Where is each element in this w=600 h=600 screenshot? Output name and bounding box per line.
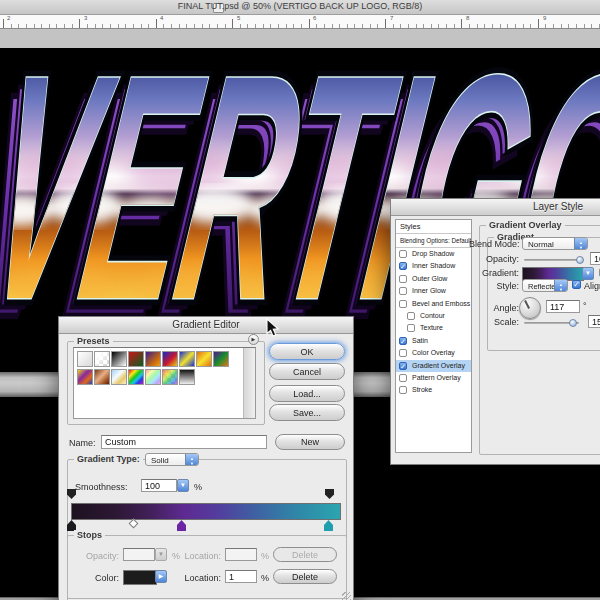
style-item-texture[interactable]: Texture [396,322,471,334]
gradient-editor-title: Gradient Editor [59,317,353,333]
angle-needle [525,300,530,309]
smoothness-percent: % [194,482,202,492]
smoothness-dropdown-icon[interactable] [177,479,189,492]
checkbox[interactable] [399,300,407,308]
gradient-preset-swatch[interactable] [128,351,144,367]
presets-swatch-area [73,347,256,419]
new-button[interactable]: New [275,434,345,450]
style-item-gradient-overlay[interactable]: Gradient Overlay [396,360,471,372]
style-item-contour[interactable]: Contour [396,310,471,322]
blend-mode-dropdown[interactable]: Normal [522,237,588,250]
styles-list-panel: Styles Blending Options: Default Drop Sh… [395,219,472,453]
delete-color-button[interactable]: Delete [273,569,337,584]
name-field[interactable] [101,435,267,449]
stop-location-field-disabled [225,548,257,561]
gradient-overlay-section-title: Gradient Overlay [486,220,565,230]
stop-location-label-disabled: Location: [181,551,221,561]
checkbox[interactable] [399,386,407,394]
percent-sign: % [261,573,269,583]
smoothness-field[interactable] [141,479,177,492]
document-window-titlebar[interactable]: FINAL TUT.psd @ 50% (VERTIGO BACK UP LOG… [0,0,600,15]
style-item-outer-glow[interactable]: Outer Glow [396,273,471,285]
style-item-drop-shadow[interactable]: Drop Shadow [396,248,471,260]
opacity-slider-knob[interactable] [576,256,584,264]
style-item-bevel-emboss[interactable]: Bevel and Emboss [396,298,471,310]
gradient-preset-swatch[interactable] [111,351,127,367]
stop-color-flyout-icon[interactable] [155,570,167,583]
mouse-cursor-icon [266,318,282,338]
ok-button[interactable]: OK [269,343,345,360]
style-item-color-overlay[interactable]: Color Overlay [396,347,471,359]
checkbox[interactable] [407,312,415,320]
blend-mode-label: Blend Mode: [469,239,519,249]
gradient-preset-swatch[interactable] [145,351,161,367]
style-item-satin[interactable]: Satin [396,335,471,347]
gradient-preset-swatch[interactable] [77,369,93,385]
stop-location-field[interactable] [225,570,257,583]
stop-color-swatch[interactable] [123,570,157,585]
checkbox[interactable] [399,362,407,370]
layer-style-titlebar[interactable]: Layer Style [391,199,600,216]
checkbox[interactable] [399,262,407,270]
stop-location-label: Location: [181,573,221,583]
gradient-preset-swatch[interactable] [94,369,110,385]
style-label: Style: [469,281,519,291]
gradient-preset-swatch[interactable] [196,351,212,367]
scale-slider[interactable] [524,322,579,324]
gradient-preset-swatch[interactable] [145,369,161,385]
gradient-preset-swatch[interactable] [162,369,178,385]
gradient-preset-swatch[interactable] [94,351,110,367]
gradient-label: Gradient: [469,268,519,278]
gradient-preset-swatch[interactable] [77,351,93,367]
gradient-preset-swatch[interactable] [179,369,195,385]
gradient-editor-titlebar[interactable]: Gradient Editor [59,317,353,334]
gradient-preset-swatch[interactable] [128,369,144,385]
gradient-preset-swatch[interactable] [162,351,178,367]
layer-style-dialog: Layer Style Styles Blending Options: Def… [390,198,600,465]
checkbox[interactable] [399,287,407,295]
percent-sign: % [172,551,180,561]
align-with-layer-checkbox[interactable] [572,280,581,289]
opacity-label: Opacity: [469,254,519,264]
layer-style-title: Layer Style [391,199,600,215]
presets-flyout-icon[interactable] [248,334,259,345]
style-item-inner-glow[interactable]: Inner Glow [396,285,471,297]
checkbox[interactable] [407,324,415,332]
align-with-layer-label: Align w [584,281,600,291]
blending-options-item[interactable]: Blending Options: Default [396,234,471,248]
presets-scrollbar[interactable] [243,348,255,418]
checkbox[interactable] [399,337,407,345]
stops-label: Stops [74,530,105,540]
style-dropdown[interactable]: Reflected [522,279,568,292]
save-button[interactable]: Save... [269,404,345,421]
gradient-type-dropdown[interactable]: Solid [145,453,199,466]
checkbox[interactable] [399,349,407,357]
checkbox[interactable] [399,275,407,283]
scale-slider-knob[interactable] [569,319,577,327]
resize-grip-icon[interactable] [342,592,351,600]
gradient-bar[interactable] [71,503,341,520]
gradient-preset-swatch[interactable] [213,351,229,367]
gradient-preset-swatch[interactable] [111,369,127,385]
ruler-major-ticks [0,19,600,28]
gradient-preset-swatch[interactable] [179,351,195,367]
styles-header[interactable]: Styles [396,220,471,234]
scale-value-field[interactable] [588,315,600,328]
cancel-button[interactable]: Cancel [269,363,345,380]
style-item-stroke[interactable]: Stroke [396,384,471,396]
stop-opacity-dropdown-icon [155,548,167,561]
load-button[interactable]: Load... [269,385,345,402]
stepper-icon [185,454,198,465]
style-item-inner-shadow[interactable]: Inner Shadow [396,260,471,272]
gradient-dropdown-icon[interactable] [582,267,594,280]
opacity-slider[interactable] [524,259,582,261]
style-item-pattern-overlay[interactable]: Pattern Overlay [396,372,471,384]
opacity-value-field[interactable] [590,252,600,265]
horizontal-ruler[interactable]: 2 3 4 5 6 7 8 9 [0,15,600,29]
stop-opacity-label: Opacity: [79,551,119,561]
ruler-number: 5 [237,15,240,21]
angle-dial[interactable] [519,297,541,319]
checkbox[interactable] [399,374,407,382]
checkbox[interactable] [399,250,407,258]
angle-value-field[interactable] [546,300,580,313]
